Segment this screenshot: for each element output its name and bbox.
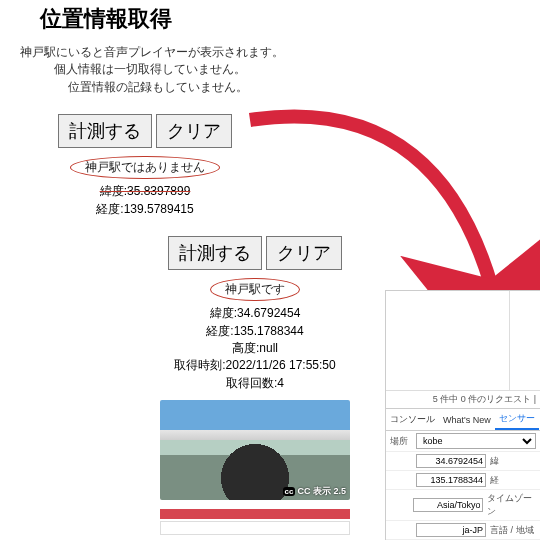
devtools-network-strip — [386, 291, 540, 391]
audio-player-progress — [160, 509, 350, 519]
sensor-locale-row: 言語 / 地域 — [386, 521, 540, 540]
timezone-label: タイムゾーン — [487, 492, 536, 518]
location-select[interactable]: kobe — [416, 433, 536, 449]
intro-line-3: 位置情報の記録もしていません。 — [68, 79, 540, 96]
audio-player-strip — [160, 509, 350, 535]
measure-button[interactable]: 計測する — [58, 114, 152, 148]
tab-console[interactable]: コンソール — [386, 410, 439, 429]
devtools-request-count: 5 件中 0 件のリクエスト | — [386, 391, 540, 409]
longitude-input[interactable] — [416, 473, 486, 487]
cc-icon: cc — [283, 487, 296, 496]
latitude-label: 緯 — [490, 455, 499, 468]
devtools-panel: 5 件中 0 件のリクエスト | コンソール What's New センサー ×… — [385, 290, 540, 540]
location-label: 場所 — [390, 435, 416, 448]
longitude-text: 経度:135.1788344 — [160, 323, 350, 340]
page-title: 位置情報取得 — [40, 4, 540, 34]
cc-license-badge: ccCC 表示 2.5 — [283, 485, 346, 498]
clear-button[interactable]: クリア — [156, 114, 232, 148]
audio-player-bar[interactable] — [160, 521, 350, 535]
count-text: 取得回数:4 — [160, 375, 350, 392]
sensor-lat-row: 緯 — [386, 452, 540, 471]
sensor-location-row: 場所 kobe — [386, 431, 540, 452]
result-card-kobe: 計測する クリア 神戸駅です 緯度:34.6792454 経度:135.1788… — [160, 236, 350, 500]
devtools-tabs: コンソール What's New センサー × 問 — [386, 409, 540, 431]
clear-button[interactable]: クリア — [266, 236, 342, 270]
intro-text: 神戸駅にいると音声プレイヤーが表示されます。 個人情報は一切取得していません。 … — [20, 44, 540, 96]
measure-button[interactable]: 計測する — [168, 236, 262, 270]
timestamp-text: 取得時刻:2022/11/26 17:55:50 — [160, 357, 350, 374]
longitude-text: 経度:139.5789415 — [58, 201, 232, 218]
latitude-input[interactable] — [416, 454, 486, 468]
latitude-text: 緯度:34.6792454 — [160, 305, 350, 322]
altitude-text: 高度:null — [160, 340, 350, 357]
result-card-not-kobe: 計測する クリア 神戸駅ではありません 緯度:35.8397899 経度:139… — [58, 114, 232, 218]
tab-whatsnew[interactable]: What's New — [439, 412, 495, 428]
sensor-tz-row: タイムゾーン — [386, 490, 540, 521]
sensor-lon-row: 経 — [386, 471, 540, 490]
timezone-input[interactable] — [413, 498, 483, 512]
station-photo: ccCC 表示 2.5 — [160, 400, 350, 500]
intro-line-2: 個人情報は一切取得していません。 — [54, 61, 540, 78]
status-badge-not-kobe: 神戸駅ではありません — [70, 156, 220, 179]
intro-line-1: 神戸駅にいると音声プレイヤーが表示されます。 — [20, 44, 540, 61]
tab-sensors[interactable]: センサー — [495, 409, 539, 430]
latitude-struck: 緯度:35.8397899 — [58, 183, 232, 200]
longitude-label: 経 — [490, 474, 499, 487]
status-badge-kobe: 神戸駅です — [210, 278, 300, 301]
locale-label: 言語 / 地域 — [490, 524, 534, 537]
locale-input[interactable] — [416, 523, 486, 537]
